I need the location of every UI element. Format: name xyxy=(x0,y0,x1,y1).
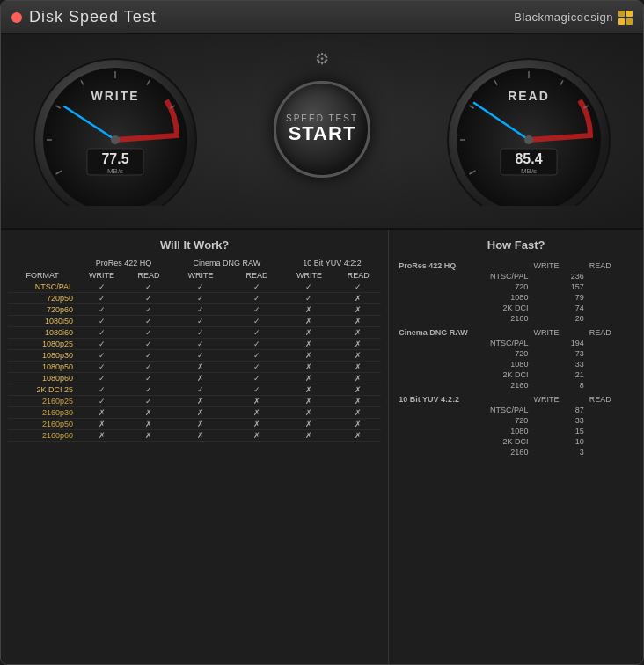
check-cell: ✓ xyxy=(335,281,381,293)
table-row: 2160p60✗✗✗✗✗✗ xyxy=(8,430,381,442)
check-cell: ✗ xyxy=(335,339,381,350)
check-cell: ✓ xyxy=(171,304,231,316)
main-window: Disk Speed Test Blackmagicdesign ⚙ xyxy=(0,0,644,665)
svg-text:MB/s: MB/s xyxy=(521,167,537,175)
check-cell: ✗ xyxy=(171,396,231,407)
yuv-header: 10 Bit YUV 4:2:2 xyxy=(283,257,381,269)
table-row: 2160p25✓✓✗✗✗✗ xyxy=(8,396,381,407)
start-button[interactable]: SPEED TEST START xyxy=(274,81,370,178)
hf-read-value xyxy=(587,338,636,348)
list-item: 720 157 xyxy=(396,281,636,292)
check-cell: ✓ xyxy=(77,396,127,407)
hf-read-value xyxy=(587,292,636,303)
table-row: 1080p50✓✓✗✓✗✗ xyxy=(8,362,381,373)
check-cell: ✗ xyxy=(283,384,335,396)
format-cell: 720p60 xyxy=(8,304,77,316)
cinema-write-subheader: WRITE xyxy=(171,269,231,281)
check-cell: ✓ xyxy=(231,304,283,316)
check-cell: ✗ xyxy=(171,407,231,419)
check-cell: ✗ xyxy=(171,362,231,373)
hf-write-header: WRITE xyxy=(531,391,586,405)
will-it-work-title: Will It Work? xyxy=(8,238,381,252)
check-cell: ✗ xyxy=(335,407,381,419)
check-cell: ✗ xyxy=(77,407,127,419)
hf-format-cell: 2K DCI xyxy=(396,303,531,313)
check-cell: ✗ xyxy=(335,327,381,339)
hf-format-cell: NTSC/PAL xyxy=(396,338,531,348)
check-cell: ✓ xyxy=(171,384,231,396)
yuv-write-subheader: WRITE xyxy=(283,269,335,281)
format-cell: 1080i60 xyxy=(8,327,77,339)
format-cell: 1080p30 xyxy=(8,350,77,362)
how-fast-table: ProRes 422 HQ WRITE READ NTSC/PAL 236 72… xyxy=(396,257,636,457)
check-cell: ✗ xyxy=(335,373,381,384)
format-cell: 2160p50 xyxy=(8,419,77,430)
close-button[interactable] xyxy=(11,12,22,23)
check-cell: ✓ xyxy=(127,316,171,327)
check-cell: ✗ xyxy=(231,430,283,442)
check-cell: ✓ xyxy=(283,281,335,293)
list-item: 720 73 xyxy=(396,348,636,359)
start-button-container: SPEED TEST START xyxy=(203,81,441,178)
hf-write-value: 15 xyxy=(531,426,586,436)
hf-write-value: 10 xyxy=(531,436,586,447)
check-cell: ✓ xyxy=(77,339,127,350)
hf-format-cell: 1080 xyxy=(396,292,531,303)
svg-text:READ: READ xyxy=(508,89,550,103)
hf-write-header: WRITE xyxy=(531,257,586,271)
check-cell: ✗ xyxy=(335,293,381,304)
hf-read-value xyxy=(587,436,636,447)
check-cell: ✓ xyxy=(231,384,283,396)
table-row: 1080p60✓✓✗✓✗✗ xyxy=(8,373,381,384)
hf-write-value: 3 xyxy=(531,447,586,457)
check-cell: ✓ xyxy=(231,281,283,293)
hf-section-label: ProRes 422 HQ xyxy=(396,257,531,271)
hf-format-cell: 2K DCI xyxy=(396,369,531,380)
table-row: 720p50✓✓✓✓✓✗ xyxy=(8,293,381,304)
window-title: Disk Speed Test xyxy=(29,8,157,26)
hf-read-value xyxy=(587,369,636,380)
check-cell: ✗ xyxy=(335,384,381,396)
list-item: 2K DCI 21 xyxy=(396,369,636,380)
title-bar-left: Disk Speed Test xyxy=(11,8,157,26)
check-cell: ✗ xyxy=(283,396,335,407)
check-cell: ✗ xyxy=(283,430,335,442)
check-cell: ✓ xyxy=(77,362,127,373)
svg-text:77.5: 77.5 xyxy=(101,151,128,166)
check-cell: ✓ xyxy=(77,304,127,316)
check-cell: ✗ xyxy=(231,419,283,430)
hf-section-header: Cinema DNG RAW WRITE READ xyxy=(396,324,636,338)
format-cell: 2160p60 xyxy=(8,430,77,442)
table-row: 2160p50✗✗✗✗✗✗ xyxy=(8,419,381,430)
prores-read-subheader: READ xyxy=(127,269,171,281)
brand-name: Blackmagicdesign xyxy=(514,11,613,24)
hf-read-value xyxy=(587,348,636,359)
hf-write-value: 8 xyxy=(531,380,586,391)
check-cell: ✗ xyxy=(77,419,127,430)
hf-write-value: 194 xyxy=(531,338,586,348)
hf-format-cell: NTSC/PAL xyxy=(396,405,531,415)
check-cell: ✓ xyxy=(231,350,283,362)
check-cell: ✓ xyxy=(77,293,127,304)
check-cell: ✓ xyxy=(77,350,127,362)
svg-point-10 xyxy=(111,135,120,144)
check-cell: ✓ xyxy=(231,373,283,384)
check-cell: ✓ xyxy=(171,350,231,362)
format-cell: 1080i50 xyxy=(8,316,77,327)
check-cell: ✓ xyxy=(231,362,283,373)
format-cell: NTSC/PAL xyxy=(8,281,77,293)
table-row: 2160p30✗✗✗✗✗✗ xyxy=(8,407,381,419)
format-cell: 1080p60 xyxy=(8,373,77,384)
table-row: 1080i50✓✓✓✓✗✗ xyxy=(8,316,381,327)
check-cell: ✗ xyxy=(231,396,283,407)
settings-button[interactable]: ⚙ xyxy=(310,47,334,71)
check-cell: ✗ xyxy=(283,350,335,362)
hf-format-cell: 720 xyxy=(396,348,531,359)
format-cell: 1080p25 xyxy=(8,339,77,350)
how-fast-panel: How Fast? ProRes 422 HQ WRITE READ NTSC/… xyxy=(389,230,643,664)
check-cell: ✗ xyxy=(171,419,231,430)
prores-write-subheader: WRITE xyxy=(77,269,127,281)
data-section: Will It Work? ProRes 422 HQ Cinema DNG R… xyxy=(1,230,643,664)
hf-read-value xyxy=(587,303,636,313)
hf-read-value xyxy=(587,359,636,369)
